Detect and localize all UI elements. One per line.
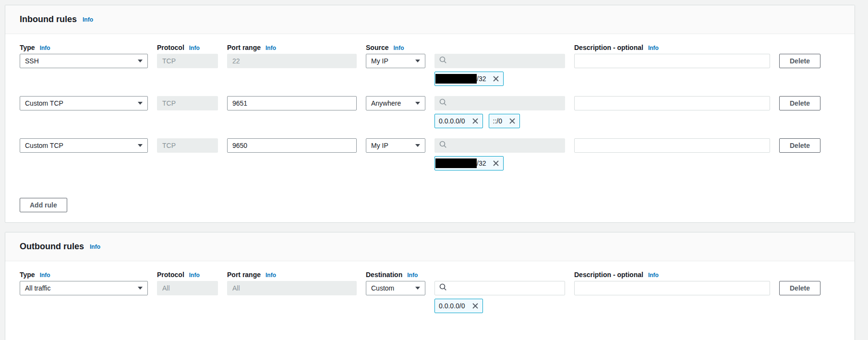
inbound-rule-row: Custom TCP My IP Delete /32	[20, 138, 840, 170]
chevron-down-icon	[138, 287, 143, 290]
outbound-rules-panel: Outbound rules Info TypeInfo ProtocolInf…	[5, 232, 855, 340]
delete-rule-button[interactable]: Delete	[779, 281, 820, 295]
port-range-input[interactable]	[227, 96, 357, 110]
port-range-column-label: Port rangeInfo	[227, 271, 357, 279]
description-column-label: Description - optionalInfo	[574, 44, 770, 52]
outbound-rules-info-link[interactable]: Info	[90, 243, 100, 250]
protocol-field	[157, 96, 218, 110]
outbound-rules-body: TypeInfo ProtocolInfo Port rangeInfo Des…	[5, 261, 855, 340]
protocol-field	[157, 281, 218, 295]
destination-select[interactable]: Custom	[366, 281, 425, 295]
cidr-chip: /32	[434, 72, 504, 86]
source-select[interactable]: Anywhere	[366, 96, 425, 110]
search-icon	[439, 98, 447, 108]
protocol-info-link[interactable]: Info	[189, 45, 200, 51]
type-info-link[interactable]: Info	[40, 272, 50, 279]
search-icon	[439, 283, 447, 293]
type-info-link[interactable]: Info	[40, 45, 50, 51]
destination-cidr-search[interactable]	[434, 281, 565, 295]
destination-info-link[interactable]: Info	[407, 272, 418, 279]
protocol-column-label: ProtocolInfo	[157, 271, 218, 279]
search-icon	[439, 141, 447, 150]
destination-column-label: DestinationInfo	[366, 271, 425, 279]
outbound-column-labels: TypeInfo ProtocolInfo Port rangeInfo Des…	[20, 271, 840, 279]
description-input[interactable]	[574, 54, 770, 68]
redacted-ip-block	[435, 158, 477, 168]
remove-chip-button[interactable]	[472, 303, 479, 309]
delete-rule-button[interactable]: Delete	[779, 54, 820, 68]
port-range-field	[227, 281, 357, 295]
chevron-down-icon	[415, 144, 420, 147]
remove-chip-button[interactable]	[493, 160, 499, 167]
description-input[interactable]	[574, 138, 770, 153]
remove-chip-button[interactable]	[472, 118, 479, 124]
port-range-field	[227, 54, 357, 68]
description-input[interactable]	[574, 281, 770, 295]
chevron-down-icon	[415, 287, 420, 290]
remove-chip-button[interactable]	[509, 118, 516, 124]
chevron-down-icon	[138, 144, 143, 147]
inbound-rule-row: Custom TCP Anywhere Delete 0.0.0.0/0	[20, 96, 840, 128]
delete-rule-button[interactable]: Delete	[779, 96, 820, 110]
cidr-chip: /32	[434, 156, 504, 170]
source-chips: /32	[434, 72, 820, 86]
redacted-ip-block	[435, 74, 477, 84]
description-info-link[interactable]: Info	[648, 45, 659, 51]
source-column-label: SourceInfo	[366, 44, 425, 52]
type-select[interactable]: Custom TCP	[20, 96, 148, 110]
delete-rule-button[interactable]: Delete	[779, 138, 820, 153]
port-range-column-label: Port rangeInfo	[227, 44, 357, 52]
description-column-label: Description - optionalInfo	[574, 271, 770, 279]
inbound-rules-info-link[interactable]: Info	[83, 16, 93, 23]
source-cidr-search	[434, 138, 565, 153]
source-cidr-search	[434, 96, 565, 110]
port-range-info-link[interactable]: Info	[265, 272, 276, 279]
type-select[interactable]: SSH	[20, 54, 148, 68]
inbound-rules-title: Inbound rules	[20, 14, 77, 24]
source-select[interactable]: My IP	[366, 138, 425, 153]
inbound-rules-body: TypeInfo ProtocolInfo Port rangeInfo Sou…	[5, 34, 855, 222]
inbound-column-labels: TypeInfo ProtocolInfo Port rangeInfo Sou…	[20, 44, 840, 52]
type-select[interactable]: Custom TCP	[20, 138, 148, 153]
destination-chips: 0.0.0.0/0	[434, 299, 820, 313]
cidr-chip: 0.0.0.0/0	[434, 114, 483, 128]
protocol-field	[157, 138, 218, 153]
search-icon	[439, 56, 447, 66]
source-chips: /32	[434, 156, 820, 170]
inbound-rules-header: Inbound rules Info	[5, 5, 855, 34]
chevron-down-icon	[415, 102, 420, 105]
type-column-label: TypeInfo	[20, 271, 148, 279]
protocol-field	[157, 54, 218, 68]
chevron-down-icon	[138, 102, 143, 105]
chevron-down-icon	[415, 60, 420, 62]
add-rule-button[interactable]: Add rule	[20, 198, 67, 212]
source-info-link[interactable]: Info	[393, 45, 404, 51]
protocol-info-link[interactable]: Info	[189, 272, 200, 279]
outbound-rules-header: Outbound rules Info	[5, 232, 855, 261]
port-range-info-link[interactable]: Info	[265, 45, 276, 51]
port-range-input[interactable]	[227, 138, 357, 153]
type-select[interactable]: All traffic	[20, 281, 148, 295]
inbound-rule-row: SSH My IP Delete /32	[20, 54, 840, 86]
protocol-column-label: ProtocolInfo	[157, 44, 218, 52]
outbound-rule-row: All traffic Custom Delete 0.0.0.0/0	[20, 281, 840, 313]
cidr-chip: 0.0.0.0/0	[434, 299, 483, 313]
cidr-chip: ::/0	[489, 114, 520, 128]
description-input[interactable]	[574, 96, 770, 110]
outbound-rules-title: Outbound rules	[20, 242, 84, 252]
type-column-label: TypeInfo	[20, 44, 148, 52]
description-info-link[interactable]: Info	[648, 272, 659, 279]
source-select[interactable]: My IP	[366, 54, 425, 68]
source-cidr-search	[434, 54, 565, 68]
remove-chip-button[interactable]	[493, 75, 499, 82]
inbound-rules-panel: Inbound rules Info TypeInfo ProtocolInfo…	[5, 5, 855, 223]
chevron-down-icon	[138, 60, 143, 62]
source-chips: 0.0.0.0/0 ::/0	[434, 114, 820, 128]
